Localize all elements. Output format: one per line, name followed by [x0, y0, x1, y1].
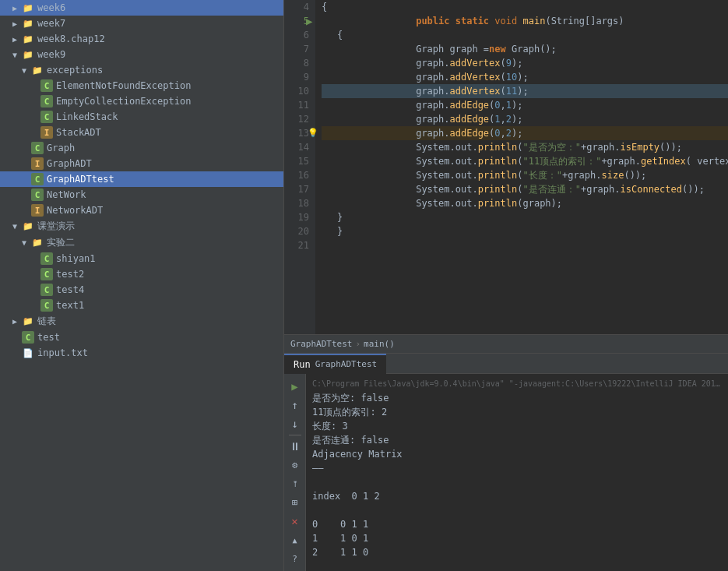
- line-num-13: 13: [287, 126, 309, 140]
- arrow-icon: ▶: [12, 4, 22, 12]
- sidebar-item-networkadt[interactable]: ▶ I NetworkADT: [0, 203, 283, 218]
- run-arrow-icon: ▶: [306, 14, 312, 28]
- scroll-down-button[interactable]: ↓: [287, 416, 303, 432]
- right-panel: 4 5 6 7 8 9 10 11 12 13 14 15 16 17 18 1…: [284, 0, 728, 571]
- sidebar-item-ketan[interactable]: ▼ 📁 课堂演示: [0, 218, 283, 234]
- sidebar-item-label: GraphADTtest: [47, 174, 114, 185]
- sidebar-item-label: LinkedStack: [56, 111, 118, 122]
- output-line-11: 1 1 0 1: [312, 531, 722, 545]
- code-line-19: }: [322, 210, 728, 224]
- editor: 4 5 6 7 8 9 10 11 12 13 14 15 16 17 18 1…: [284, 0, 728, 353]
- line-num-8: 8: [287, 56, 309, 70]
- sidebar-item-exceptions[interactable]: ▼ 📁 exceptions: [0, 62, 283, 78]
- sidebar-item-week8chap12[interactable]: ▶ 📁 week8.chap12: [0, 31, 283, 47]
- sidebar-item-label: Graph: [47, 143, 75, 153]
- sidebar-item-label: week9: [37, 49, 65, 60]
- output-line-6: ——: [312, 461, 722, 475]
- sidebar-item-label: test: [37, 332, 60, 343]
- sidebar-item-label: week6: [37, 2, 65, 13]
- sidebar-item-test[interactable]: ▶ C test: [0, 330, 283, 345]
- sidebar-item-label: EmptyCollectionException: [56, 96, 191, 107]
- file-icon: 📄: [22, 347, 34, 359]
- arrow-icon: ▼: [12, 51, 22, 59]
- line-num-6: 6: [287, 28, 309, 42]
- sidebar-item-graphadttest[interactable]: ▶ C GraphADTtest: [0, 171, 283, 187]
- sidebar-item-stackadt[interactable]: ▶ I StackADT: [0, 125, 283, 140]
- sidebar-item-week9[interactable]: ▼ 📁 week9: [0, 47, 283, 62]
- sidebar-item-inputtxt[interactable]: ▶ 📄 input.txt: [0, 345, 283, 361]
- folder-icon: 📁: [22, 220, 34, 233]
- class-icon: C: [40, 299, 53, 312]
- class-icon: C: [22, 331, 34, 344]
- sidebar-item-test2[interactable]: ▶ C test2: [0, 266, 283, 282]
- settings-button[interactable]: ⚙: [287, 457, 303, 473]
- sidebar-item-shiyan2[interactable]: ▼ 📁 实验二: [0, 234, 283, 251]
- scroll-up2-button[interactable]: ⤒: [287, 476, 303, 492]
- line-num-20: 20: [287, 224, 309, 238]
- bottom-panel: Run GraphADTtest ▶ ↑ ↓ ⏸ ⚙ ⤒ ⊞ ✕ ▲: [284, 353, 728, 571]
- sidebar-item-linked[interactable]: ▶ 📁 链表: [0, 313, 283, 330]
- arrow-icon: ▼: [22, 66, 31, 75]
- sidebar-item-graphadt[interactable]: ▶ I GraphADT: [0, 156, 283, 171]
- sidebar-item-text1[interactable]: ▶ C text1: [0, 298, 283, 313]
- class-icon: C: [40, 79, 53, 92]
- class-icon: C: [40, 284, 53, 296]
- sidebar-item-label: StackADT: [56, 127, 101, 138]
- pause-button[interactable]: ⏸: [287, 439, 303, 454]
- output-line-2: 11顶点的索引: 2: [312, 405, 722, 419]
- folder-icon: 📁: [22, 33, 34, 45]
- run-button[interactable]: ▶: [287, 379, 303, 394]
- output-line-9: [312, 503, 722, 517]
- sidebar-item-label: 链表: [37, 315, 56, 328]
- console-cmd-line: C:\Program Files\Java\jdk=9.0.4\bin\java…: [312, 377, 722, 391]
- sidebar-item-label: exceptions: [47, 65, 103, 76]
- output-line-10: 0 0 1 1: [312, 517, 722, 531]
- sidebar-item-test4[interactable]: ▶ C test4: [0, 282, 283, 298]
- sidebar-item-emptycollectionexception[interactable]: ▶ C EmptyCollectionException: [0, 93, 283, 109]
- folder-icon: 📁: [22, 17, 34, 30]
- line-num-12: 12: [287, 112, 309, 126]
- collapse-button[interactable]: ▲: [287, 532, 303, 548]
- sidebar-item-label: week8.chap12: [37, 33, 105, 44]
- sidebar-item-graph[interactable]: ▶ C Graph: [0, 140, 283, 156]
- sidebar-item-elementnotfoundexception[interactable]: ▶ C ElementNotFoundException: [0, 78, 283, 93]
- sidebar-item-label: NetworkADT: [47, 205, 103, 216]
- sidebar-item-label: 课堂演示: [37, 220, 75, 233]
- breadcrumb-separator: ›: [355, 339, 360, 349]
- class-icon: C: [31, 173, 44, 185]
- arrow-icon: ▼: [12, 222, 22, 231]
- sidebar-item-label: ElementNotFoundException: [56, 80, 191, 91]
- sidebar-item-label: week7: [37, 18, 65, 29]
- arrow-icon: ▶: [12, 19, 22, 28]
- sidebar-item-linkedstack[interactable]: ▶ C LinkedStack: [0, 109, 283, 125]
- sidebar-item-network[interactable]: ▶ C NetWork: [0, 187, 283, 203]
- line-num-7: 7: [287, 42, 309, 56]
- code-area: 4 5 6 7 8 9 10 11 12 13 14 15 16 17 18 1…: [284, 0, 728, 334]
- sidebar-item-week7[interactable]: ▶ 📁 week7: [0, 16, 283, 31]
- sidebar-item-week6[interactable]: ▶ 📁 week6: [0, 0, 283, 16]
- output-line-8: index 0 1 2: [312, 489, 722, 503]
- tab-run[interactable]: Run GraphADTtest: [284, 354, 386, 374]
- line-num-9: 9: [287, 70, 309, 84]
- main-container: ▶ 📁 week6 ▶ 📁 week7 ▶ 📁 week8.chap12 ▼ 📁…: [0, 0, 728, 571]
- sidebar-item-shiyan1[interactable]: ▶ C shiyan1: [0, 251, 283, 266]
- output-line-3: 长度: 3: [312, 419, 722, 433]
- arrow-icon: ▼: [22, 238, 31, 247]
- sidebar-item-label: text1: [56, 300, 84, 311]
- stop-button[interactable]: ✕: [287, 513, 303, 529]
- sidebar-item-label: input.txt: [37, 347, 88, 358]
- scroll-up-button[interactable]: ↑: [287, 397, 303, 413]
- help-button[interactable]: ?: [287, 551, 303, 566]
- interface-icon: I: [40, 126, 53, 139]
- code-line-18: System.out.println(graph);: [322, 196, 728, 210]
- sidebar: ▶ 📁 week6 ▶ 📁 week7 ▶ 📁 week8.chap12 ▼ 📁…: [0, 0, 284, 571]
- interface-icon: I: [31, 157, 44, 170]
- class-icon: C: [31, 142, 44, 154]
- layout-button[interactable]: ⊞: [287, 495, 303, 510]
- line-num-17: 17: [287, 182, 309, 196]
- bulb-icon: 💡: [308, 126, 318, 140]
- class-icon: C: [31, 189, 44, 201]
- arrow-icon: ▶: [12, 35, 22, 44]
- line-num-4: 4: [287, 0, 309, 14]
- folder-icon: 📁: [22, 315, 34, 328]
